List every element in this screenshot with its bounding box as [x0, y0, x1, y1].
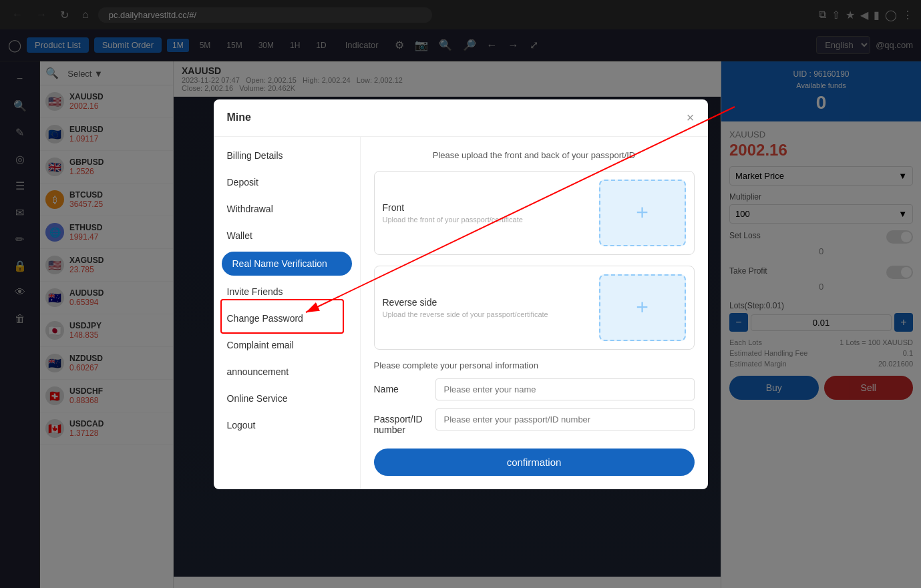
- confirm-btn[interactable]: confirmation: [374, 449, 695, 476]
- modal-sidebar: Billing Details Deposit Withdrawal Walle…: [214, 137, 361, 489]
- passport-input[interactable]: [435, 408, 695, 430]
- front-upload-plus-icon: +: [636, 200, 649, 225]
- modal: Mine × Billing Details Deposit Withdrawa…: [214, 99, 708, 489]
- reverse-label: Reverse side: [383, 297, 591, 308]
- upload-front-box: Front Upload the front of your passport/…: [374, 171, 695, 255]
- upload-reverse-box: Reverse side Upload the reverse side of …: [374, 266, 695, 350]
- personal-section: Please complete your personal informatio…: [374, 360, 695, 476]
- modal-close-btn[interactable]: ×: [687, 110, 695, 125]
- modal-overlay[interactable]: Mine × Billing Details Deposit Withdrawa…: [0, 0, 921, 588]
- menu-item-wallet[interactable]: Wallet: [214, 222, 360, 249]
- modal-body: Billing Details Deposit Withdrawal Walle…: [214, 137, 708, 489]
- name-label: Name: [374, 378, 427, 394]
- menu-item-online-service[interactable]: Online Service: [214, 385, 360, 412]
- menu-item-withdrawal[interactable]: Withdrawal: [214, 196, 360, 222]
- upload-front-section: Front Upload the front of your passport/…: [374, 171, 695, 255]
- menu-item-invite[interactable]: Invite Friends: [214, 278, 360, 305]
- name-form-row: Name: [374, 378, 695, 400]
- personal-hint: Please complete your personal informatio…: [374, 360, 695, 370]
- modal-content: Please upload the front and back of your…: [361, 137, 708, 489]
- reverse-upload-area[interactable]: +: [599, 274, 686, 341]
- front-upload-area[interactable]: +: [599, 180, 686, 246]
- front-sub: Upload the front of your passport/certif…: [383, 216, 591, 224]
- passport-form-row: Passport/ID number: [374, 408, 695, 435]
- menu-item-real-name[interactable]: Real Name Verification: [222, 252, 352, 276]
- modal-title: Mine: [227, 111, 251, 123]
- menu-item-announcement[interactable]: announcement: [214, 358, 360, 385]
- reverse-upload-plus-icon: +: [636, 295, 649, 320]
- modal-header: Mine ×: [214, 99, 708, 137]
- upload-reverse-section: Reverse side Upload the reverse side of …: [374, 266, 695, 350]
- passport-label: Passport/ID number: [374, 408, 427, 435]
- front-label: Front: [383, 202, 591, 213]
- reverse-sub: Upload the reverse side of your passport…: [383, 310, 591, 318]
- upload-hint: Please upload the front and back of your…: [374, 150, 695, 160]
- menu-item-change-password[interactable]: Change Password: [214, 305, 360, 332]
- menu-item-complaint[interactable]: Complaint email: [214, 332, 360, 358]
- menu-item-deposit[interactable]: Deposit: [214, 169, 360, 196]
- menu-item-billing[interactable]: Billing Details: [214, 142, 360, 169]
- name-input[interactable]: [435, 378, 695, 400]
- menu-item-logout[interactable]: Logout: [214, 412, 360, 438]
